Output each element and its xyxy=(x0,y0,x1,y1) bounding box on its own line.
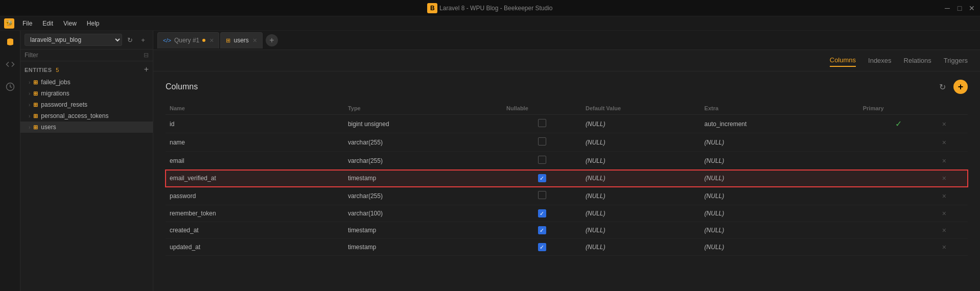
column-nullable[interactable] xyxy=(502,222,581,239)
column-primary xyxy=(859,170,938,187)
refresh-connection-button[interactable]: ↻ xyxy=(124,34,135,45)
column-primary: ✓ xyxy=(859,115,938,133)
column-delete-action[interactable]: × xyxy=(938,133,968,152)
column-nullable[interactable] xyxy=(502,115,581,133)
delete-row-icon[interactable]: × xyxy=(942,138,946,147)
nullable-checkbox[interactable] xyxy=(538,137,546,146)
entity-personal-access-tokens[interactable]: › ⊞ personal_access_tokens xyxy=(20,110,153,122)
db-icon[interactable] xyxy=(3,35,17,49)
table-icon: ⊞ xyxy=(33,102,38,108)
column-extra: (NULL) xyxy=(701,239,859,256)
column-delete-action[interactable]: × xyxy=(938,170,968,187)
menu-bar: 🐝 File Edit View Help xyxy=(0,16,980,31)
nullable-checkbox[interactable] xyxy=(538,119,546,127)
nullable-checkbox[interactable] xyxy=(538,209,546,217)
entity-password-resets[interactable]: › ⊞ password_resets xyxy=(20,99,153,110)
filter-input[interactable] xyxy=(25,52,142,59)
column-nullable[interactable] xyxy=(502,133,581,152)
maximize-button[interactable]: □ xyxy=(955,4,964,12)
column-delete-action[interactable]: × xyxy=(938,187,968,205)
tab-add-button[interactable]: + xyxy=(266,34,278,46)
entities-header: ENTITIES 5 + xyxy=(20,61,153,76)
column-nullable[interactable] xyxy=(502,205,581,222)
tab-users[interactable]: ⊞ users × xyxy=(220,32,263,48)
column-delete-action[interactable]: × xyxy=(938,239,968,256)
tab-add-icon: + xyxy=(269,36,274,45)
delete-row-icon[interactable]: × xyxy=(942,157,946,165)
connection-select[interactable]: laravel8_wpu_blog xyxy=(25,34,122,46)
column-default-value: (NULL) xyxy=(581,115,701,133)
delete-row-icon[interactable]: × xyxy=(942,192,946,200)
column-type: timestamp xyxy=(344,170,502,187)
menu-file[interactable]: File xyxy=(20,19,34,28)
add-column-button[interactable]: + xyxy=(953,80,968,94)
app-logo: B xyxy=(427,3,437,13)
column-nullable[interactable] xyxy=(502,187,581,205)
menu-edit[interactable]: Edit xyxy=(40,19,55,28)
close-button[interactable]: ✕ xyxy=(968,4,976,12)
tab-query1[interactable]: </> Query #1 × xyxy=(157,32,219,48)
column-nullable[interactable] xyxy=(502,170,581,187)
column-extra: (NULL) xyxy=(701,187,859,205)
top-nav: Columns Indexes Relations Triggers xyxy=(153,50,980,71)
delete-row-icon[interactable]: × xyxy=(942,120,946,128)
delete-row-icon[interactable]: × xyxy=(942,243,946,251)
table-row: emailvarchar(255)(NULL)(NULL)× xyxy=(166,152,968,170)
nav-tab-triggers[interactable]: Triggers xyxy=(944,55,968,66)
column-delete-action[interactable]: × xyxy=(938,115,968,133)
filter-icon: ⊟ xyxy=(144,52,149,59)
nullable-checkbox[interactable] xyxy=(538,243,546,251)
column-extra: (NULL) xyxy=(701,170,859,187)
column-delete-action[interactable]: × xyxy=(938,152,968,170)
column-extra: auto_increment xyxy=(701,115,859,133)
delete-row-icon[interactable]: × xyxy=(942,209,946,217)
entity-name: password_resets xyxy=(41,101,87,108)
tab-close-users[interactable]: × xyxy=(253,36,257,44)
entities-label-group: ENTITIES 5 xyxy=(25,66,59,74)
tab-close-query1[interactable]: × xyxy=(209,36,214,44)
code-icon[interactable] xyxy=(3,57,17,71)
menu-help[interactable]: Help xyxy=(85,19,102,28)
column-delete-action[interactable]: × xyxy=(938,205,968,222)
delete-row-icon[interactable]: × xyxy=(942,174,946,182)
entity-list: › ⊞ failed_jobs › ⊞ migrations › ⊞ passw… xyxy=(20,76,153,291)
column-name: remember_token xyxy=(166,205,344,222)
column-name: email xyxy=(166,152,344,170)
refresh-columns-button[interactable]: ↻ xyxy=(935,80,949,94)
tab-users-label: users xyxy=(234,37,248,44)
column-nullable[interactable] xyxy=(502,239,581,256)
entity-migrations[interactable]: › ⊞ migrations xyxy=(20,88,153,99)
column-name: updated_at xyxy=(166,239,344,256)
delete-row-icon[interactable]: × xyxy=(942,226,946,234)
history-icon[interactable] xyxy=(3,80,17,94)
minimize-button[interactable]: ─ xyxy=(943,4,951,12)
column-extra: (NULL) xyxy=(701,205,859,222)
table-row: created_attimestamp(NULL)(NULL)× xyxy=(166,222,968,239)
nav-tab-indexes[interactable]: Indexes xyxy=(868,55,892,66)
nav-tab-columns[interactable]: Columns xyxy=(830,54,856,67)
window-title: Laravel 8 - WPU Blog - Beekeeper Studio xyxy=(439,5,552,12)
column-primary xyxy=(859,133,938,152)
entity-name: migrations xyxy=(41,90,69,97)
add-entity-button[interactable]: + xyxy=(144,65,149,74)
nav-tab-relations[interactable]: Relations xyxy=(904,55,931,66)
nullable-checkbox[interactable] xyxy=(538,191,546,199)
nullable-checkbox[interactable] xyxy=(538,226,546,234)
header-extra: Extra xyxy=(701,102,859,115)
menu-view[interactable]: View xyxy=(61,19,79,28)
entity-name: personal_access_tokens xyxy=(41,112,108,119)
column-nullable[interactable] xyxy=(502,152,581,170)
column-name: name xyxy=(166,133,344,152)
nullable-checkbox[interactable] xyxy=(538,174,546,182)
chevron-icon: › xyxy=(29,80,30,85)
entity-users[interactable]: › ⊞ users xyxy=(20,122,153,133)
add-connection-button[interactable]: + xyxy=(137,34,149,45)
header-primary: Primary xyxy=(859,102,938,115)
entity-failed-jobs[interactable]: › ⊞ failed_jobs xyxy=(20,77,153,88)
section-header: Columns ↻ + xyxy=(166,80,968,94)
filter-bar: ⊟ xyxy=(20,50,153,61)
nullable-checkbox[interactable] xyxy=(538,156,546,164)
column-delete-action[interactable]: × xyxy=(938,222,968,239)
table-icon: ⊞ xyxy=(33,79,38,86)
column-name: password xyxy=(166,187,344,205)
